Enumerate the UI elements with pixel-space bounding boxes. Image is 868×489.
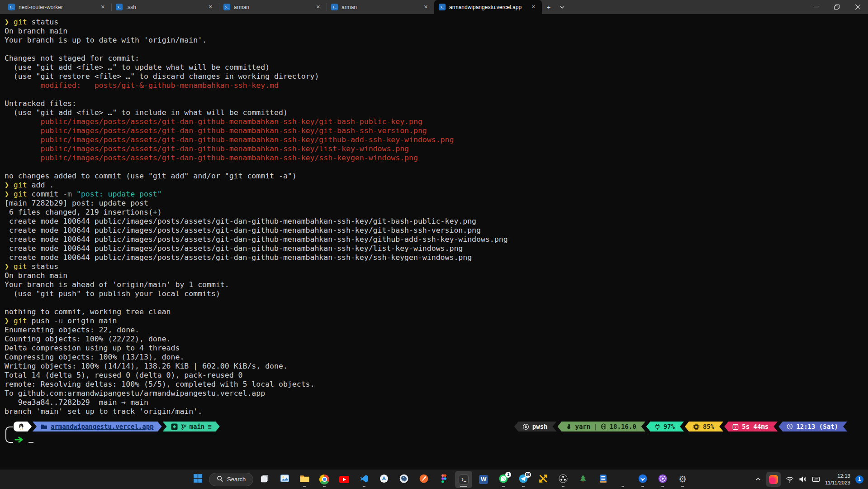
tab-title: armandwipangestu.vercel.app (449, 4, 526, 10)
obs-studio-icon (559, 474, 568, 485)
taskbar-item-postgresql[interactable] (395, 471, 413, 488)
tab-close-icon[interactable]: ✕ (99, 3, 107, 11)
minimize-button[interactable] (806, 0, 826, 14)
postgresql-icon (399, 474, 408, 485)
wifi-icon[interactable] (786, 476, 794, 483)
segment-text: 12:13 (Sat) (796, 422, 838, 431)
taskbar-item-lightshot[interactable] (415, 471, 432, 488)
flame-app-icon (769, 475, 778, 484)
powershell-tab-icon: ❯_ (439, 4, 446, 10)
taskbar-clock[interactable]: 12:13 11/11/2023 (825, 473, 850, 486)
word-icon: W (479, 475, 488, 484)
terminal-line: To github.com:armandwipangestu/armandwip… (5, 389, 868, 398)
taskbar-item-youtube[interactable] (336, 471, 353, 488)
terminal-line: 6 files changed, 219 insertions(+) (5, 208, 868, 217)
tab-armandwipangestu.vercel.app[interactable]: ❯_armandwipangestu.vercel.app✕ (434, 0, 542, 14)
terminal-line: nothing to commit, working tree clean (5, 307, 868, 316)
taskbar-item-windows-terminal[interactable]: ❯_ (455, 471, 472, 488)
windows-terminal-icon: ❯_ (459, 475, 469, 484)
taskbar-item-thunderbird[interactable] (634, 471, 651, 488)
taskbar-item-whatsapp[interactable]: 1 (495, 471, 512, 488)
running-indicator (562, 486, 564, 487)
powershell-tab-icon: ❯_ (331, 4, 338, 10)
os-segment (14, 422, 32, 431)
git-segment: main≡ (163, 422, 220, 431)
tab-close-icon[interactable]: ✕ (422, 3, 430, 11)
tab-close-icon[interactable]: ✕ (314, 3, 322, 11)
terminal-line: (use "git add <file> …" to include in wh… (5, 108, 868, 117)
terminal-line: create mode 100644 public/images/posts/a… (5, 217, 868, 226)
taskbar-item-firefox[interactable] (614, 471, 631, 488)
taskbar-item-settings[interactable]: ⚙ (674, 471, 691, 488)
terminal-line (5, 163, 868, 172)
running-indicator (621, 486, 624, 487)
start-icon (193, 474, 203, 485)
tab-next-router-worker[interactable]: ❯_next-router-worker✕ (4, 0, 111, 14)
tab-arman[interactable]: ❯_arman✕ (327, 0, 434, 14)
terminal-line: remote: Resolving deltas: 100% (5/5), co… (5, 380, 868, 389)
terminal-line: create mode 100644 public/images/posts/a… (5, 226, 868, 235)
terminal-line: ❯ git status (5, 262, 868, 271)
figma-icon (441, 474, 447, 485)
chevron-down-icon (560, 6, 564, 9)
terminal-line: (use "git restore <file> …" to discard c… (5, 72, 868, 81)
taskbar-item-vscode[interactable] (356, 471, 373, 488)
tray-chevron-up-icon[interactable] (755, 477, 761, 481)
terminal-content[interactable]: ❯ git statusOn branch mainYour branch is… (0, 14, 868, 470)
terminal-line (5, 45, 868, 54)
taskbar-item-task-view[interactable] (256, 471, 273, 488)
running-indicator (460, 486, 467, 487)
terminal-line: no changes added to commit (use "git add… (5, 172, 868, 181)
segment-text: yarn (575, 422, 591, 431)
maximize-button[interactable] (826, 0, 847, 14)
tab-close-icon[interactable]: ✕ (530, 3, 537, 11)
notification-badge[interactable]: 1 (855, 475, 863, 484)
battery-segment: 97% (646, 422, 684, 431)
taskbar-item-start[interactable] (189, 471, 206, 488)
segment-text: 97% (664, 422, 675, 431)
taskbar: Search❯_W186⚙ 12:13 11/11/2023 1 (0, 470, 868, 489)
taskbar-item-telegram[interactable]: 86 (515, 471, 532, 488)
segment-text-2: 18.16.0 (610, 422, 636, 431)
terminal-line: Your branch is up to date with 'origin/m… (5, 36, 868, 45)
notepad-icon (599, 474, 607, 485)
taskbar-item-chrome[interactable] (316, 471, 333, 488)
taskbar-item-file-explorer[interactable] (296, 471, 313, 488)
terminal-line: create mode 100644 public/images/posts/a… (5, 244, 868, 253)
taskbar-item-word[interactable]: W (475, 471, 492, 488)
new-tab-button[interactable]: + (542, 0, 555, 14)
volume-icon[interactable] (799, 476, 807, 483)
taskbar-item-obs-studio[interactable] (555, 471, 572, 488)
terminal-line: modified: posts/git-&-github-menambahkan… (5, 81, 868, 90)
running-indicator (502, 486, 505, 487)
taskbar-item-notepad[interactable] (594, 471, 612, 488)
close-button[interactable] (847, 0, 868, 14)
segment-text: main (190, 422, 205, 431)
tray-time: 12:13 (825, 473, 850, 479)
taskbar-item-figma[interactable] (435, 471, 452, 488)
taskbar-item-media-player[interactable] (654, 471, 671, 488)
touch-keyboard-icon[interactable] (812, 476, 820, 482)
tab-close-icon[interactable]: ✕ (207, 3, 214, 11)
tray-app-button[interactable] (766, 472, 781, 487)
tab-arman[interactable]: ❯_arman✕ (219, 0, 327, 14)
file-explorer-icon (299, 474, 310, 485)
tab-bar: ❯_next-router-worker✕❯_.ssh✕❯_arman✕❯_ar… (0, 0, 868, 14)
tab-dropdown-button[interactable] (555, 0, 569, 14)
taskbar-item-compass-app[interactable] (375, 471, 393, 488)
text-cursor (28, 442, 33, 443)
taskbar-search[interactable]: Search (209, 473, 253, 486)
terminal-line: Untracked files: (5, 99, 868, 108)
terminal-line: public/images/posts/assets/git-dan-githu… (5, 153, 868, 163)
terminal-line: [main 7282b29] post: update post (5, 199, 868, 208)
media-player-icon (658, 474, 667, 485)
prompt-connector-line (5, 427, 13, 443)
close-icon (855, 5, 860, 10)
taskbar-item-tree-app[interactable] (574, 471, 592, 488)
terminal-line: Counting objects: 100% (22/22), done. (5, 335, 868, 344)
powershell-tab-icon: ❯_ (223, 4, 230, 10)
terminal-line: ❯ git status (5, 18, 868, 27)
tab-.ssh[interactable]: ❯_.ssh✕ (111, 0, 219, 14)
taskbar-item-arrows-app[interactable] (535, 471, 552, 488)
taskbar-item-photos[interactable] (276, 471, 293, 488)
